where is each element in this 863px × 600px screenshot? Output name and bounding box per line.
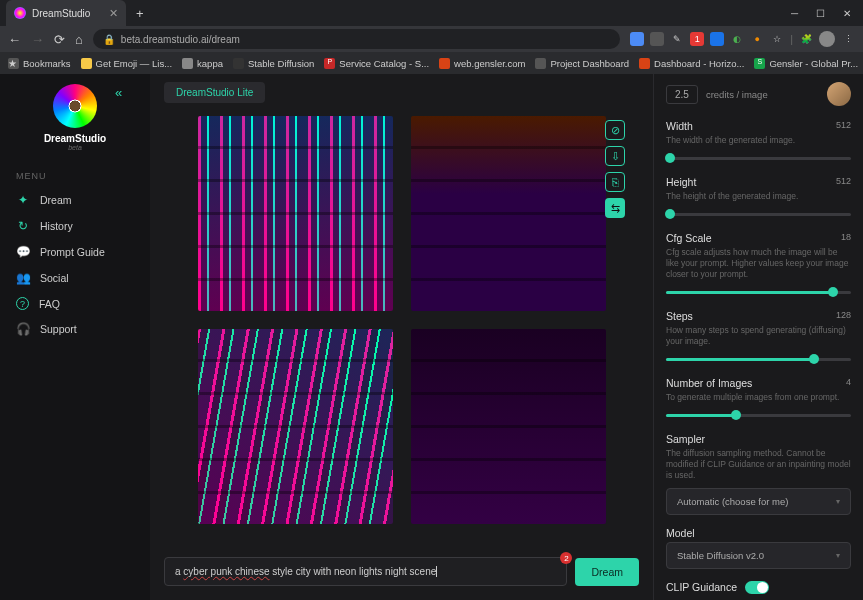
chat-icon: 💬 (16, 245, 30, 259)
nav-home-icon[interactable]: ⌂ (75, 32, 83, 47)
height-slider[interactable] (666, 208, 851, 220)
bookmark-item[interactable]: PService Catalog - S... (324, 58, 429, 69)
brand-logo[interactable]: DreamStudio beta (0, 84, 150, 151)
nav-forward-icon[interactable]: → (31, 32, 44, 47)
nav-reload-icon[interactable]: ⟳ (54, 32, 65, 47)
setting-cfg: Cfg Scale18 Cfg scale adjusts how much t… (666, 232, 851, 298)
bookmark-item[interactable]: ★Bookmarks (8, 58, 71, 69)
bookmark-item[interactable]: kappa (182, 58, 223, 69)
bookmark-icon (81, 58, 92, 69)
window-maximize-icon[interactable]: ☐ (816, 8, 825, 19)
user-avatar[interactable] (827, 82, 851, 106)
ext-icon[interactable]: ☆ (770, 32, 784, 46)
browser-menu-icon[interactable]: ⋮ (841, 32, 855, 46)
setting-sampler: Sampler The diffusion sampling method. C… (666, 433, 851, 514)
sidebar-item-dream[interactable]: ✦Dream (0, 187, 150, 213)
lock-icon: 🔒 (103, 34, 115, 45)
profile-avatar-icon[interactable] (819, 31, 835, 47)
bookmark-icon (439, 58, 450, 69)
tab-title: DreamStudio (32, 8, 103, 19)
headset-icon: 🎧 (16, 322, 30, 336)
ext-divider: | (790, 33, 793, 45)
setting-steps: Steps128 How many steps to spend generat… (666, 310, 851, 365)
generated-image[interactable] (411, 116, 606, 311)
bookmark-item[interactable]: Dashboard - Horizo... (639, 58, 744, 69)
credits-row: 2.5 credits / image (666, 82, 851, 106)
new-tab-button[interactable]: + (136, 6, 144, 21)
menu-header: MENU (0, 165, 150, 187)
width-slider[interactable] (666, 152, 851, 164)
bookmark-icon (639, 58, 650, 69)
sidebar: DreamStudio beta MENU ✦Dream ↻History 💬P… (0, 74, 150, 600)
gallery: ⊘ ⇩ ⎘ ⇆ (150, 110, 653, 549)
generated-image[interactable] (198, 329, 393, 524)
main-content: DreamStudio Lite ⊘ ⇩ ⎘ ⇆ a cyber punk ch… (150, 74, 653, 600)
setting-model: Model Stable Diffusion v2.0▾ (666, 527, 851, 569)
credits-label: credits / image (706, 89, 768, 100)
ext-icon[interactable]: ● (750, 32, 764, 46)
settings-panel: 2.5 credits / image Width512 The width o… (653, 74, 863, 600)
setting-clip-guidance: CLIP Guidance (666, 581, 851, 594)
collapse-sidebar-icon[interactable]: « (115, 85, 122, 100)
brand-name: DreamStudio (44, 133, 106, 144)
prompt-badge: 2 (560, 552, 572, 564)
mode-pill[interactable]: DreamStudio Lite (164, 82, 265, 103)
bookmark-icon (535, 58, 546, 69)
generated-image[interactable] (198, 116, 393, 311)
steps-slider[interactable] (666, 353, 851, 365)
prompt-input[interactable]: a cyber punk chinese style city with neo… (164, 557, 567, 586)
brand-beta: beta (68, 144, 82, 151)
ext-icon[interactable] (630, 32, 644, 46)
bookmark-icon: ★ (8, 58, 19, 69)
bookmark-item[interactable]: web.gensler.com (439, 58, 525, 69)
sidebar-item-prompt-guide[interactable]: 💬Prompt Guide (0, 239, 150, 265)
bookmarks-bar: ★Bookmarks Get Emoji — Lis... kappa Stab… (0, 52, 863, 74)
url-text: beta.dreamstudio.ai/dream (121, 34, 240, 45)
bookmark-item[interactable]: SGensler - Global Pr... (754, 58, 858, 69)
download-icon[interactable]: ⇩ (605, 146, 625, 166)
url-bar[interactable]: 🔒 beta.dreamstudio.ai/dream (93, 29, 620, 49)
dream-button[interactable]: Dream (575, 558, 639, 586)
ext-icon[interactable] (650, 32, 664, 46)
window-minimize-icon[interactable]: ─ (791, 8, 798, 19)
model-select[interactable]: Stable Diffusion v2.0▾ (666, 542, 851, 569)
generated-image[interactable] (411, 329, 606, 524)
bookmark-icon (233, 58, 244, 69)
sidebar-item-support[interactable]: 🎧Support (0, 316, 150, 342)
extensions-menu-icon[interactable]: 🧩 (799, 32, 813, 46)
num-images-slider[interactable] (666, 409, 851, 421)
cfg-slider[interactable] (666, 286, 851, 298)
ext-icon[interactable]: ✎ (670, 32, 684, 46)
sidebar-item-history[interactable]: ↻History (0, 213, 150, 239)
bookmark-icon: P (324, 58, 335, 69)
ext-icon[interactable]: 1 (690, 32, 704, 46)
copy-icon[interactable]: ⎘ (605, 172, 625, 192)
history-icon: ↻ (16, 219, 30, 233)
tab-close-icon[interactable]: ✕ (109, 7, 118, 20)
clip-guidance-toggle[interactable] (745, 581, 769, 594)
sampler-select[interactable]: Automatic (choose for me)▾ (666, 488, 851, 515)
setting-num-images: Number of Images4 To generate multiple i… (666, 377, 851, 421)
tab-favicon (14, 7, 26, 19)
browser-tab[interactable]: DreamStudio ✕ (6, 0, 126, 26)
nav-back-icon[interactable]: ← (8, 32, 21, 47)
people-icon: 👥 (16, 271, 30, 285)
bookmark-item[interactable]: Get Emoji — Lis... (81, 58, 173, 69)
window-titlebar: DreamStudio ✕ + ─ ☐ ✕ (0, 0, 863, 26)
setting-height: Height512 The height of the generated im… (666, 176, 851, 220)
chevron-down-icon: ▾ (836, 551, 840, 560)
bookmark-item[interactable]: Project Dashboard (535, 58, 629, 69)
bookmark-icon (182, 58, 193, 69)
ext-icon[interactable] (710, 32, 724, 46)
sparkle-icon: ✦ (16, 193, 30, 207)
toggle-icon[interactable]: ⇆ (605, 198, 625, 218)
ext-icon[interactable]: ◐ (730, 32, 744, 46)
sidebar-item-social[interactable]: 👥Social (0, 265, 150, 291)
sidebar-item-faq[interactable]: ?FAQ (0, 291, 150, 316)
bookmark-item[interactable]: Stable Diffusion (233, 58, 314, 69)
window-close-icon[interactable]: ✕ (843, 8, 851, 19)
window-controls: ─ ☐ ✕ (791, 8, 863, 19)
remove-icon[interactable]: ⊘ (605, 120, 625, 140)
logo-icon (53, 84, 97, 128)
bookmark-icon: S (754, 58, 765, 69)
